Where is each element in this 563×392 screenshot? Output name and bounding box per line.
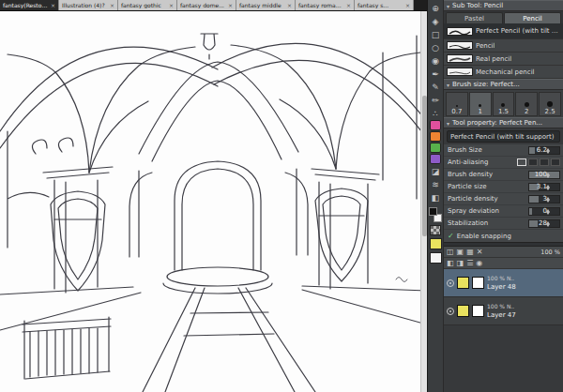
close-icon[interactable]: ×	[228, 2, 233, 8]
main-sub-color-control[interactable]	[429, 207, 442, 222]
antialias-strong-icon[interactable]	[551, 158, 560, 166]
close-icon[interactable]: ×	[169, 2, 174, 8]
new-layer-icon[interactable]: ▣	[457, 248, 464, 256]
lock-transparency-icon[interactable]: ◨	[457, 259, 464, 267]
brush-size-value[interactable]: 6.2	[528, 146, 560, 155]
slider-spray-deviation[interactable]: Spray deviation 0	[444, 205, 563, 218]
blend-mode-icon[interactable]: ◫	[447, 248, 454, 256]
spinner-icon[interactable]	[546, 221, 551, 227]
airbrush-tool-icon[interactable]: ∴	[429, 107, 442, 119]
close-icon[interactable]: ×	[51, 2, 55, 8]
antialias-middle-icon[interactable]	[540, 158, 549, 166]
layer-opacity-header[interactable]: 100 %	[540, 249, 560, 256]
spinner-icon[interactable]	[546, 148, 551, 154]
document-tab-fantasy-middle[interactable]: fantasy middle ×	[236, 0, 296, 10]
brush-size-preset[interactable]: 0.7	[446, 92, 468, 116]
blend-tool-icon[interactable]: ≋	[429, 178, 442, 190]
antialiasing-row[interactable]: Anti-aliasing	[444, 157, 563, 169]
gradient-tool-icon[interactable]	[430, 154, 441, 164]
particle-size-value[interactable]: 3.1	[528, 183, 560, 191]
delete-layer-icon[interactable]: ✕	[477, 248, 483, 256]
fill-tool-icon[interactable]: ◧	[429, 191, 442, 204]
tool-property-panel-header[interactable]: ▾ Tool property: Perfect Pen...	[444, 117, 563, 128]
brush-size-preset[interactable]: 2	[515, 92, 538, 116]
pen-tool-icon[interactable]: ✒	[429, 68, 442, 80]
brush-tool-icon[interactable]: ✏	[429, 94, 442, 106]
new-folder-icon[interactable]: ▦	[466, 248, 474, 256]
spinner-icon[interactable]	[546, 173, 551, 178]
slider-particle-density[interactable]: Particle density 3	[444, 193, 563, 205]
subtool-item-perfect-pencil[interactable]: Perfect Pencil (with tilt support)	[444, 23, 563, 39]
move-tool-icon[interactable]: ◈	[429, 15, 442, 27]
subtool-item-pencil[interactable]: Pencil	[444, 39, 563, 53]
spray-deviation-value[interactable]: 0	[528, 207, 560, 216]
close-icon[interactable]: ×	[287, 2, 292, 8]
brush-stroke-thumbnail	[447, 54, 473, 63]
current-color-swatch[interactable]	[430, 238, 442, 249]
canvas-vertical-scrollbar[interactable]	[420, 11, 427, 392]
visibility-icon[interactable]	[447, 308, 454, 315]
stabilization-value[interactable]: 28	[528, 219, 560, 228]
brush-density-value[interactable]: 100	[528, 171, 560, 179]
layer-row-48[interactable]: 100 % N.. Layer 48	[444, 269, 563, 297]
operation-tool-icon[interactable]: □	[429, 28, 442, 40]
transparent-color-swatch[interactable]	[430, 225, 441, 235]
slider-stabilization[interactable]: Stabilization 28	[444, 218, 563, 230]
brush-size-presets: 0.7 1 1.5 2 2.5	[444, 90, 563, 117]
cathedral-sketch	[0, 11, 427, 392]
subtool-item-real-pencil[interactable]: Real pencil	[444, 53, 563, 66]
slider-brush-density[interactable]: Brush density 100	[444, 169, 563, 181]
spinner-icon[interactable]	[546, 197, 551, 203]
tab-label: Illustration (4)?	[62, 2, 108, 8]
brush-size-preset[interactable]: 1.5	[493, 92, 515, 116]
close-icon[interactable]: ×	[110, 2, 114, 8]
figure-tool-icon[interactable]	[430, 143, 441, 153]
subtool-panel-header[interactable]: ▾ Sub Tool: Pencil	[444, 0, 563, 11]
close-icon[interactable]: ×	[346, 2, 351, 8]
close-icon[interactable]: ×	[405, 2, 410, 8]
eraser-tool-icon[interactable]: ◪	[429, 165, 442, 177]
enable-snapping-checkbox[interactable]: ✓ Enable snapping	[444, 230, 563, 242]
clip-layer-icon[interactable]: ☰	[466, 259, 473, 267]
document-tab-fantasy-dome[interactable]: fantasy dome... ×	[177, 0, 236, 10]
scrollbar-thumb[interactable]	[422, 96, 427, 236]
antialias-weak-icon[interactable]	[528, 158, 538, 166]
collapse-icon[interactable]: ▾	[447, 82, 449, 88]
document-tab-fantasy-s[interactable]: fantasy s... ×	[355, 0, 414, 10]
brush-size-preset[interactable]: 2.5	[539, 92, 561, 116]
mask-layer-icon[interactable]: ◉	[476, 259, 482, 267]
spinner-icon[interactable]	[546, 185, 551, 190]
subtool-item-mechanical-pencil[interactable]: Mechanical pencil	[444, 66, 563, 79]
brush-size-preset[interactable]: 1	[469, 92, 492, 116]
collapse-icon[interactable]: ▾	[447, 3, 449, 9]
slider-brush-size[interactable]: Brush Size 6.2	[444, 144, 563, 157]
slider-particle-size[interactable]: Particle size 3.1	[444, 181, 563, 193]
layer-name[interactable]: Layer 47	[487, 311, 516, 319]
document-tab-fantasy-gothic[interactable]: fantasy gothic ×	[118, 0, 177, 10]
layer-name[interactable]: Layer 48	[487, 283, 516, 291]
decoration-tool-icon[interactable]	[430, 120, 441, 130]
antialias-none-icon[interactable]	[517, 158, 526, 166]
pencil-tool-icon[interactable]: ✎	[429, 81, 442, 93]
document-tab-illustration[interactable]: Illustration (4)? ×	[59, 0, 118, 10]
document-tab-fantasy-restore[interactable]: fantasy(Restore) ×	[0, 0, 59, 10]
tab-label: fantasy middle	[239, 2, 285, 8]
eyedropper-tool-icon[interactable]: ◉	[429, 54, 442, 67]
zoom-tool-icon[interactable]: ⊕	[429, 2, 442, 14]
brush-size-panel-header[interactable]: ▾ Brush size: Perfect...	[444, 79, 563, 90]
tab-pastel[interactable]: Pastel	[446, 12, 503, 23]
main-color-swatch[interactable]	[429, 207, 437, 216]
balloon-tool-icon[interactable]	[430, 131, 441, 142]
tab-pencil[interactable]: Pencil	[504, 12, 561, 23]
layer-row-47[interactable]: 100 % N.. Layer 47	[444, 297, 563, 325]
right-dock: ⊕ ◈ □ ○ ◉ ✒ ✎ ✏ ∴ ◪ ≋ ◧	[427, 0, 563, 392]
visibility-icon[interactable]	[447, 279, 454, 287]
lock-layer-icon[interactable]: ◧	[447, 259, 454, 267]
document-tab-fantasy-roman[interactable]: fantasy roman... ×	[296, 0, 355, 10]
canvas[interactable]	[0, 11, 427, 392]
history-color-swatch[interactable]	[430, 252, 442, 264]
particle-density-value[interactable]: 3	[528, 195, 560, 204]
collapse-icon[interactable]: ▾	[447, 120, 449, 127]
lasso-tool-icon[interactable]: ○	[429, 41, 442, 53]
spinner-icon[interactable]	[546, 209, 551, 215]
